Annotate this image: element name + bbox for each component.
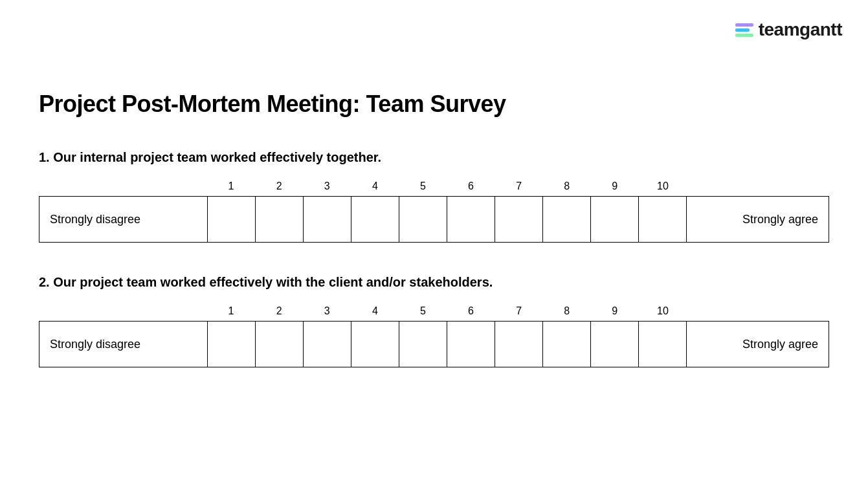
scale-num-1-5: 5 <box>399 180 447 192</box>
scale-num-2-5: 5 <box>399 305 447 317</box>
scale-num-1-3: 3 <box>303 180 351 192</box>
question-1-cells <box>208 197 686 242</box>
scale-num-1-7: 7 <box>495 180 543 192</box>
question-2-scale-row: Strongly disagree Strongly agree <box>39 321 829 367</box>
question-2-scale: 1 2 3 4 5 6 7 8 9 10 Strongly disagree <box>39 305 829 367</box>
question-1-cell-10[interactable] <box>639 197 686 242</box>
question-2-numbers: 1 2 3 4 5 6 7 8 9 10 <box>39 305 829 317</box>
question-1-cell-7[interactable] <box>495 197 543 242</box>
scale-num-2-4: 4 <box>351 305 399 317</box>
question-1-cell-5[interactable] <box>399 197 447 242</box>
main-content: Project Post-Mortem Meeting: Team Survey… <box>0 0 868 426</box>
scale-num-2-2: 2 <box>255 305 303 317</box>
scale-num-1-6: 6 <box>447 180 495 192</box>
scale-num-1-4: 4 <box>351 180 399 192</box>
scale-num-2-9: 9 <box>591 305 639 317</box>
scale-num-1-9: 9 <box>591 180 639 192</box>
question-2-cell-1[interactable] <box>208 322 256 367</box>
question-2-cell-8[interactable] <box>543 322 591 367</box>
question-1-cell-2[interactable] <box>256 197 304 242</box>
question-2-cell-6[interactable] <box>447 322 495 367</box>
logo-bar-purple <box>735 23 753 27</box>
question-2-cells <box>208 322 686 367</box>
question-1-block: 1. Our internal project team worked effe… <box>39 150 829 243</box>
logo: teamgantt <box>735 19 842 40</box>
scale-num-2-7: 7 <box>495 305 543 317</box>
scale-num-1-8: 8 <box>543 180 591 192</box>
question-1-min-label: Strongly disagree <box>39 197 208 242</box>
scale-num-2-8: 8 <box>543 305 591 317</box>
question-2-text: 2. Our project team worked effectively w… <box>39 275 829 290</box>
question-1-scale-row: Strongly disagree Strongly agree <box>39 196 829 243</box>
question-1-max-label: Strongly agree <box>686 197 829 242</box>
question-1-numbers: 1 2 3 4 5 6 7 8 9 10 <box>39 180 829 192</box>
question-1-cell-3[interactable] <box>304 197 351 242</box>
question-2-cell-2[interactable] <box>256 322 304 367</box>
scale-num-1-1: 1 <box>207 180 255 192</box>
question-1-cell-1[interactable] <box>208 197 256 242</box>
logo-bar-green <box>735 34 753 37</box>
scale-num-2-10: 10 <box>639 305 687 317</box>
scale-num-2-6: 6 <box>447 305 495 317</box>
logo-bar-blue <box>735 28 750 32</box>
question-2-block: 2. Our project team worked effectively w… <box>39 275 829 367</box>
page-title: Project Post-Mortem Meeting: Team Survey <box>39 91 829 118</box>
scale-num-2-3: 3 <box>303 305 351 317</box>
logo-icon <box>735 23 753 37</box>
question-2-cell-9[interactable] <box>591 322 639 367</box>
question-2-cell-10[interactable] <box>639 322 686 367</box>
question-2-min-label: Strongly disagree <box>39 322 208 367</box>
question-2-max-label: Strongly agree <box>686 322 829 367</box>
question-1-cell-4[interactable] <box>351 197 399 242</box>
question-2-cell-7[interactable] <box>495 322 543 367</box>
question-2-cell-5[interactable] <box>399 322 447 367</box>
question-1-cell-8[interactable] <box>543 197 591 242</box>
question-1-cell-6[interactable] <box>447 197 495 242</box>
question-1-cell-9[interactable] <box>591 197 639 242</box>
question-2-cell-3[interactable] <box>304 322 351 367</box>
logo-text: teamgantt <box>759 19 842 40</box>
scale-num-1-2: 2 <box>255 180 303 192</box>
scale-num-2-1: 1 <box>207 305 255 317</box>
question-1-scale: 1 2 3 4 5 6 7 8 9 10 Strongly disagree <box>39 180 829 243</box>
scale-num-1-10: 10 <box>639 180 687 192</box>
question-1-text: 1. Our internal project team worked effe… <box>39 150 829 165</box>
question-2-cell-4[interactable] <box>351 322 399 367</box>
